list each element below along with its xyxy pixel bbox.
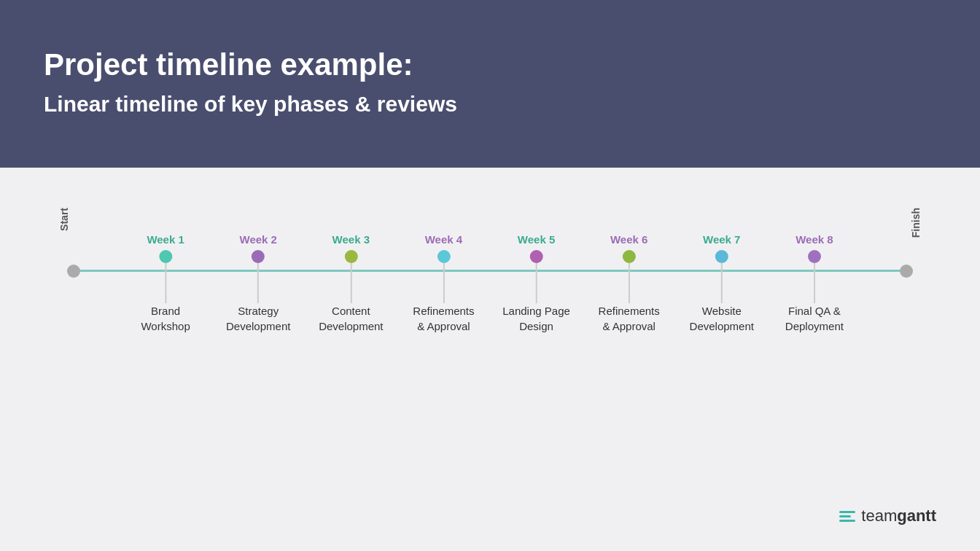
week-node-4: Week 4 Refinements& Approval [413,233,474,334]
logo-text: teamgantt [861,507,936,525]
week-node-6: Week 6 Refinements& Approval [599,233,660,334]
week-node-3: Week 3 ContentDevelopment [319,233,383,334]
week-node-7: Week 7 WebsiteDevelopment [690,233,754,334]
logo-icon [839,511,855,522]
timeline: Start Finish Week 1 BrandWorkshop Week 2… [44,233,936,379]
start-label: Start [58,208,70,231]
week-node-1: Week 1 BrandWorkshop [141,233,190,334]
page-title: Project timeline example: [44,47,936,83]
week-node-8: Week 8 Final QA &Deployment [785,233,844,334]
week-node-2: Week 2 StrategyDevelopment [226,233,290,334]
header: Project timeline example: Linear timelin… [0,0,980,168]
page-subtitle: Linear timeline of key phases & reviews [44,91,936,117]
main-content: Start Finish Week 1 BrandWorkshop Week 2… [0,168,980,551]
teamgantt-logo: teamgantt [839,507,936,525]
week-node-5: Week 5 Landing PageDesign [502,233,570,334]
